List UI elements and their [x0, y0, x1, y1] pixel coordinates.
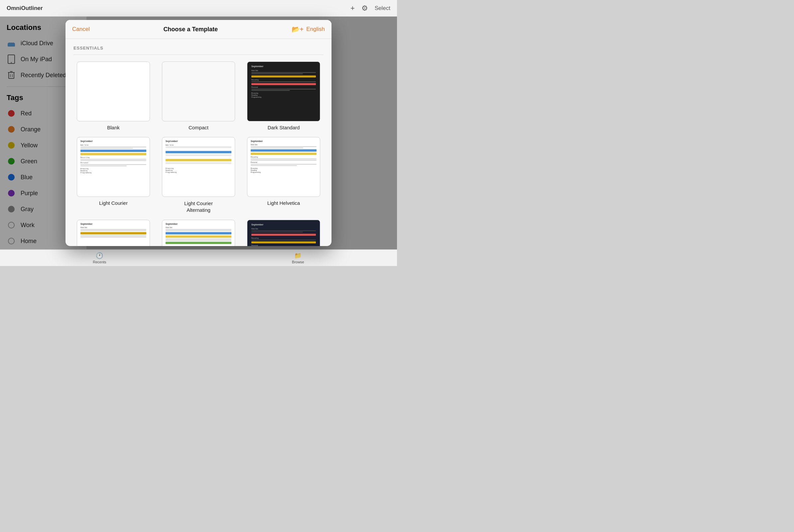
light-helvetica-thumb: September Web Site Recurring Personal	[247, 137, 320, 197]
add-icon[interactable]: +	[351, 4, 355, 13]
light-courier-alt-thumb: September Web Site Browsing Reading	[162, 137, 235, 197]
modal-header-right: 📂+ English	[291, 25, 325, 33]
recents-icon: 🕐	[96, 252, 103, 259]
light-courier-thumb: September Web Site Recurring Personal	[77, 137, 150, 197]
language-button[interactable]: English	[306, 26, 325, 33]
template-blank[interactable]: Blank	[74, 61, 153, 130]
app-title: OmniOutliner	[7, 5, 43, 12]
template-light-courier-alt[interactable]: September Web Site Browsing Reading	[158, 137, 239, 213]
light-helvetica-label: Light Helvetica	[267, 200, 300, 206]
blank-label: Blank	[107, 125, 120, 130]
recents-label: Recents	[93, 260, 106, 264]
compact-thumb	[162, 61, 235, 121]
modal-overlay[interactable]: Cancel Choose a Template 📂+ English ESSE…	[0, 17, 397, 249]
template-light-courier[interactable]: September Web Site Recurring Personal	[74, 137, 153, 213]
browse-label: Browse	[292, 260, 304, 264]
blank-thumb	[77, 61, 150, 121]
modal-title: Choose a Template	[163, 26, 218, 33]
bottom-2-thumb: September Web Site	[162, 220, 235, 246]
template-modal: Cancel Choose a Template 📂+ English ESSE…	[65, 20, 332, 246]
bottom-3-thumb: September Web Site Recurring Personal Br…	[247, 220, 320, 246]
modal-body: ESSENTIALS Blank Compact Septe	[65, 39, 332, 246]
template-bottom-1[interactable]: September Web Site	[74, 220, 153, 246]
essentials-header: ESSENTIALS	[74, 45, 323, 51]
top-bar-right: + ⚙ Select	[351, 4, 390, 13]
browse-icon: 📁	[294, 252, 302, 259]
template-bottom-2[interactable]: September Web Site	[158, 220, 239, 246]
dark-standard-thumb: September Web Site Recurring Personal B	[247, 61, 320, 121]
tab-browse[interactable]: 📁 Browse	[292, 252, 304, 264]
bottom-tab-bar: 🕐 Recents 📁 Browse	[0, 249, 397, 266]
section-divider	[74, 55, 323, 55]
new-folder-icon[interactable]: 📂+	[291, 25, 304, 33]
template-compact[interactable]: Compact	[158, 61, 239, 130]
template-bottom-3[interactable]: September Web Site Recurring Personal Br…	[244, 220, 323, 246]
compact-label: Compact	[189, 125, 208, 130]
select-button[interactable]: Select	[375, 5, 390, 12]
cancel-button[interactable]: Cancel	[72, 26, 90, 33]
template-grid: Blank Compact September Web Site	[74, 61, 323, 246]
settings-icon[interactable]: ⚙	[361, 4, 368, 13]
dark-standard-label: Dark Standard	[268, 125, 300, 130]
bottom-1-thumb: September Web Site	[77, 220, 150, 246]
light-courier-label: Light Courier	[99, 200, 128, 206]
modal-header: Cancel Choose a Template 📂+ English	[65, 20, 332, 39]
template-light-helvetica[interactable]: September Web Site Recurring Personal	[244, 137, 323, 213]
tab-recents[interactable]: 🕐 Recents	[93, 252, 106, 264]
light-courier-alt-label: Light CourierAlternating	[184, 200, 213, 213]
top-bar: OmniOutliner + ⚙ Select	[0, 0, 397, 17]
template-dark-standard[interactable]: September Web Site Recurring Personal B	[244, 61, 323, 130]
